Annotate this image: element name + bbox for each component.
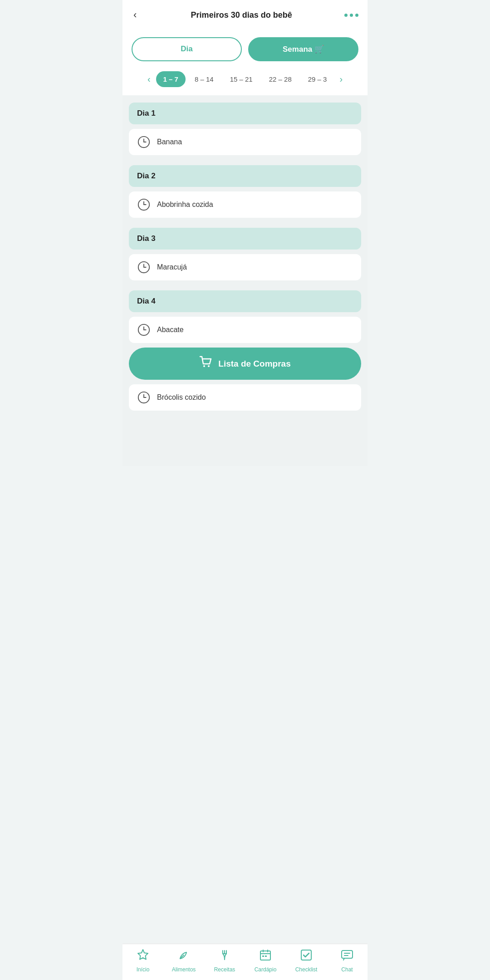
food-name-brocolis: Brócolis cozido	[157, 393, 206, 402]
header: ‹ Primeiros 30 dias do bebê	[122, 0, 368, 30]
lista-compras-label: Lista de Compras	[218, 359, 290, 369]
day-header-4: Dia 4	[129, 290, 361, 312]
dot-2	[350, 14, 353, 17]
food-name-maracuja: Maracujá	[157, 263, 187, 271]
week-pill-2[interactable]: 15 – 21	[223, 71, 260, 87]
food-item-abobrinha[interactable]: Abobrinha cozida	[129, 191, 361, 218]
svg-point-13	[208, 365, 210, 367]
cart-icon	[199, 356, 213, 372]
day-block-1: Dia 1 Banana	[129, 103, 361, 155]
lista-compras-button[interactable]: Lista de Compras	[129, 348, 361, 380]
nav-label-inicio: Início	[137, 966, 150, 973]
svg-rect-25	[262, 956, 264, 957]
chat-icon	[341, 949, 353, 965]
food-item-abacate[interactable]: Abacate	[129, 317, 361, 343]
week-pill-4[interactable]: 29 – 3	[301, 71, 334, 87]
nav-label-chat: Chat	[341, 966, 353, 973]
day-header-1: Dia 1	[129, 103, 361, 124]
star-icon	[137, 949, 149, 965]
day-header-2: Dia 2	[129, 165, 361, 187]
nav-item-checklist[interactable]: Checklist	[293, 949, 320, 973]
clock-icon-maracuja	[137, 260, 151, 274]
week-pill-0[interactable]: 1 – 7	[156, 71, 186, 87]
day-block-2: Dia 2 Abobrinha cozida	[129, 165, 361, 218]
dot-3	[355, 14, 358, 17]
content-area: Dia 1 Banana Dia 2 Abobrinha cozida Dia …	[122, 95, 368, 466]
clock-icon-banana	[137, 135, 151, 149]
more-menu-button[interactable]	[344, 14, 358, 17]
nav-label-cardapio: Cardápio	[255, 966, 277, 973]
nav-item-inicio[interactable]: Início	[129, 949, 157, 973]
day-header-3: Dia 3	[129, 228, 361, 250]
week-next-button[interactable]: ›	[336, 74, 346, 84]
food-item-brocolis[interactable]: Brócolis cozido	[129, 384, 361, 411]
svg-rect-26	[265, 956, 267, 957]
svg-rect-27	[301, 950, 311, 960]
page-title: Primeiros 30 dias do bebê	[138, 10, 344, 20]
bottom-navigation: Início Alimentos Receitas	[122, 944, 368, 980]
week-selector: ‹ 1 – 7 8 – 14 15 – 21 22 – 28 29 – 3 ›	[122, 67, 368, 95]
week-pill-1[interactable]: 8 – 14	[187, 71, 221, 87]
back-button[interactable]: ‹	[132, 7, 138, 23]
day-block-3: Dia 3 Maracujá	[129, 228, 361, 280]
food-item-maracuja[interactable]: Maracujá	[129, 254, 361, 280]
nav-item-chat[interactable]: Chat	[333, 949, 361, 973]
toggle-semana-button[interactable]: Semana 🛒	[248, 37, 358, 61]
fork-icon	[218, 949, 231, 965]
calendar-icon	[259, 949, 272, 965]
nav-item-receitas[interactable]: Receitas	[211, 949, 238, 973]
view-toggle-row: Dia Semana 🛒	[122, 30, 368, 67]
nav-item-alimentos[interactable]: Alimentos	[170, 949, 197, 973]
food-item-banana[interactable]: Banana	[129, 129, 361, 155]
nav-item-cardapio[interactable]: Cardápio	[252, 949, 279, 973]
nav-label-receitas: Receitas	[214, 966, 235, 973]
day-block-4: Dia 4 Abacate Lista de Compras	[129, 290, 361, 411]
svg-rect-28	[342, 951, 353, 958]
clock-icon-abacate	[137, 323, 151, 337]
toggle-dia-button[interactable]: Dia	[132, 37, 242, 61]
food-name-banana: Banana	[157, 138, 182, 146]
nav-label-alimentos: Alimentos	[172, 966, 196, 973]
week-pill-3[interactable]: 22 – 28	[262, 71, 299, 87]
food-name-abacate: Abacate	[157, 326, 184, 334]
food-name-abobrinha: Abobrinha cozida	[157, 201, 213, 209]
clock-icon-abobrinha	[137, 198, 151, 211]
checklist-icon	[300, 949, 313, 965]
svg-point-12	[203, 365, 205, 367]
dot-1	[344, 14, 348, 17]
nav-label-checklist: Checklist	[295, 966, 318, 973]
leaf-icon	[177, 949, 190, 965]
week-prev-button[interactable]: ‹	[144, 74, 154, 84]
clock-icon-brocolis	[137, 391, 151, 404]
